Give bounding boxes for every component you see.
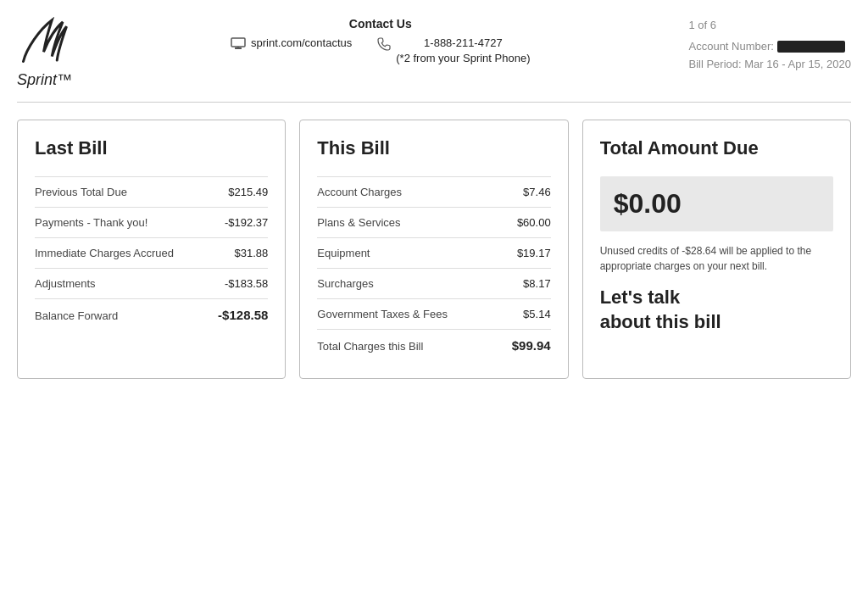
this-bill-label-0: Account Charges [317,186,402,198]
phone-note: (*2 from your Sprint Phone) [396,51,530,66]
account-number-label: Account Number: [689,40,774,53]
page-indicator: 1 of 6 [689,17,852,35]
last-bill-label-2: Immediate Charges Accrued [35,247,174,259]
account-info-area: 1 of 6 Account Number: Bill Period: Mar … [689,17,852,73]
last-bill-item-4: Balance Forward -$128.58 [35,298,268,331]
last-bill-value-4: -$128.58 [218,308,268,322]
contact-us-area: Contact Us sprint.com/contactus [72,17,688,66]
total-due-title: Total Amount Due [600,137,833,159]
last-bill-label-4: Balance Forward [35,309,118,322]
last-bill-item-0: Previous Total Due $215.49 [35,176,268,207]
this-bill-label-2: Equipment [317,247,370,259]
this-bill-value-4: $5.14 [523,308,551,320]
this-bill-item-5: Total Charges this Bill $99.94 [317,329,550,361]
last-bill-card: Last Bill Previous Total Due $215.49 Pay… [17,120,286,379]
lets-talk-line2: about this bill [600,310,833,335]
phone-icon [377,37,391,54]
computer-icon [231,37,246,54]
this-bill-value-1: $60.00 [517,216,551,229]
contact-methods: sprint.com/contactus 1-888-211-4727 (*2 … [72,36,688,66]
last-bill-item-1: Payments - Thank you! -$192.37 [35,207,268,237]
last-bill-item-2: Immediate Charges Accrued $31.88 [35,237,268,268]
svg-rect-0 [231,38,245,47]
phone-number: 1-888-211-4727 [396,36,530,51]
credit-note: Unused credits of -$28.64 will be applie… [600,243,833,274]
lets-talk-cta: Let's talk about this bill [600,286,833,334]
last-bill-label-1: Payments - Thank you! [35,216,147,229]
svg-rect-1 [235,47,242,49]
this-bill-item-2: Equipment $19.17 [317,237,550,268]
contact-web: sprint.com/contactus [231,36,352,54]
contact-phone: 1-888-211-4727 (*2 from your Sprint Phon… [377,36,530,66]
sprint-logo-text: Sprint™ [17,71,72,89]
account-number-line: Account Number: [689,38,852,56]
last-bill-title: Last Bill [35,137,268,159]
this-bill-value-0: $7.46 [523,186,551,198]
last-bill-value-3: -$183.58 [225,277,268,290]
last-bill-value-0: $215.49 [228,186,268,198]
this-bill-item-3: Surcharges $8.17 [317,268,550,298]
lets-talk-line1: Let's talk [600,286,833,310]
account-number-value [777,41,845,53]
last-bill-value-1: -$192.37 [225,216,268,229]
this-bill-value-3: $8.17 [523,277,551,290]
phone-number-area: 1-888-211-4727 (*2 from your Sprint Phon… [396,36,530,66]
this-bill-label-3: Surcharges [317,277,373,290]
this-bill-card: This Bill Account Charges $7.46 Plans & … [299,120,568,379]
this-bill-label-5: Total Charges this Bill [317,340,423,353]
last-bill-value-2: $31.88 [235,247,269,259]
last-bill-label-0: Previous Total Due [35,186,127,198]
this-bill-label-4: Government Taxes & Fees [317,308,448,320]
sprint-logo-icon [17,17,68,68]
this-bill-value-5: $99.94 [512,338,551,353]
bills-container: Last Bill Previous Total Due $215.49 Pay… [17,120,851,379]
total-amount-value: $0.00 [614,188,682,219]
page-header: Sprint™ Contact Us sprint.com/contactus [17,17,851,103]
this-bill-label-1: Plans & Services [317,216,400,229]
total-amount-box: $0.00 [600,176,833,231]
this-bill-item-1: Plans & Services $60.00 [317,207,550,237]
this-bill-value-2: $19.17 [517,247,551,259]
last-bill-label-3: Adjustments [35,277,96,290]
total-due-card: Total Amount Due $0.00 Unused credits of… [582,120,851,379]
web-address: sprint.com/contactus [251,36,352,51]
last-bill-item-3: Adjustments -$183.58 [35,268,268,298]
this-bill-item-0: Account Charges $7.46 [317,176,550,207]
bill-period: Bill Period: Mar 16 - Apr 15, 2020 [689,56,852,74]
contact-us-title: Contact Us [72,17,688,31]
logo-area: Sprint™ [17,17,72,89]
this-bill-title: This Bill [317,137,550,159]
this-bill-item-4: Government Taxes & Fees $5.14 [317,298,550,329]
